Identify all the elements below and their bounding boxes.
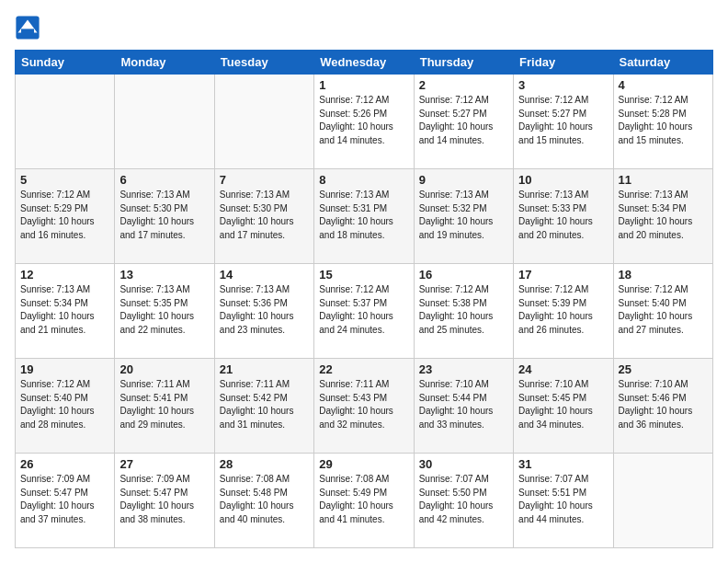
day-info: Sunrise: 7:12 AM Sunset: 5:40 PM Dayligh… bbox=[619, 283, 708, 337]
calendar-cell: 29Sunrise: 7:08 AM Sunset: 5:49 PM Dayli… bbox=[314, 454, 414, 548]
day-info: Sunrise: 7:13 AM Sunset: 5:30 PM Dayligh… bbox=[220, 189, 309, 242]
logo bbox=[15, 15, 44, 40]
calendar-cell: 1Sunrise: 7:12 AM Sunset: 5:26 PM Daylig… bbox=[314, 75, 414, 169]
day-info: Sunrise: 7:13 AM Sunset: 5:31 PM Dayligh… bbox=[319, 189, 408, 242]
calendar-cell: 9Sunrise: 7:13 AM Sunset: 5:32 PM Daylig… bbox=[414, 169, 513, 264]
day-number: 17 bbox=[518, 268, 608, 282]
day-info: Sunrise: 7:12 AM Sunset: 5:39 PM Dayligh… bbox=[518, 283, 608, 337]
day-number: 26 bbox=[20, 457, 109, 471]
calendar-cell bbox=[214, 75, 313, 169]
calendar-cell: 8Sunrise: 7:13 AM Sunset: 5:31 PM Daylig… bbox=[314, 169, 414, 264]
day-header-thursday: Thursday bbox=[414, 51, 513, 75]
day-number: 27 bbox=[119, 457, 209, 471]
day-number: 15 bbox=[319, 268, 408, 282]
day-info: Sunrise: 7:07 AM Sunset: 5:51 PM Dayligh… bbox=[518, 473, 608, 526]
calendar-cell: 10Sunrise: 7:13 AM Sunset: 5:33 PM Dayli… bbox=[514, 169, 613, 264]
day-number: 30 bbox=[419, 457, 508, 471]
logo-icon bbox=[15, 15, 40, 40]
day-info: Sunrise: 7:13 AM Sunset: 5:32 PM Dayligh… bbox=[419, 189, 508, 242]
day-info: Sunrise: 7:12 AM Sunset: 5:28 PM Dayligh… bbox=[619, 94, 708, 147]
day-info: Sunrise: 7:12 AM Sunset: 5:27 PM Dayligh… bbox=[518, 94, 608, 147]
day-header-friday: Friday bbox=[514, 51, 613, 75]
day-info: Sunrise: 7:13 AM Sunset: 5:34 PM Dayligh… bbox=[20, 283, 109, 337]
calendar-week-row: 12Sunrise: 7:13 AM Sunset: 5:34 PM Dayli… bbox=[16, 264, 713, 359]
calendar-week-row: 5Sunrise: 7:12 AM Sunset: 5:29 PM Daylig… bbox=[16, 169, 713, 264]
day-number: 23 bbox=[419, 362, 508, 376]
calendar-week-row: 26Sunrise: 7:09 AM Sunset: 5:47 PM Dayli… bbox=[16, 454, 713, 548]
day-header-tuesday: Tuesday bbox=[214, 51, 313, 75]
calendar-table: SundayMondayTuesdayWednesdayThursdayFrid… bbox=[15, 50, 713, 548]
calendar-cell bbox=[16, 75, 115, 169]
day-header-monday: Monday bbox=[115, 51, 214, 75]
day-info: Sunrise: 7:12 AM Sunset: 5:27 PM Dayligh… bbox=[419, 94, 508, 147]
day-number: 12 bbox=[20, 268, 109, 282]
calendar-cell: 17Sunrise: 7:12 AM Sunset: 5:39 PM Dayli… bbox=[514, 264, 613, 359]
day-number: 9 bbox=[419, 173, 508, 187]
day-info: Sunrise: 7:11 AM Sunset: 5:43 PM Dayligh… bbox=[319, 378, 408, 431]
calendar-cell: 20Sunrise: 7:11 AM Sunset: 5:41 PM Dayli… bbox=[115, 359, 214, 454]
calendar-cell: 11Sunrise: 7:13 AM Sunset: 5:34 PM Dayli… bbox=[613, 169, 712, 264]
calendar-week-row: 19Sunrise: 7:12 AM Sunset: 5:40 PM Dayli… bbox=[16, 359, 713, 454]
calendar-cell: 23Sunrise: 7:10 AM Sunset: 5:44 PM Dayli… bbox=[414, 359, 513, 454]
calendar-cell bbox=[613, 454, 712, 548]
day-info: Sunrise: 7:08 AM Sunset: 5:48 PM Dayligh… bbox=[220, 473, 309, 526]
svg-rect-2 bbox=[21, 29, 34, 34]
calendar-cell: 6Sunrise: 7:13 AM Sunset: 5:30 PM Daylig… bbox=[115, 169, 214, 264]
calendar-cell: 31Sunrise: 7:07 AM Sunset: 5:51 PM Dayli… bbox=[514, 454, 613, 548]
day-number: 5 bbox=[20, 173, 109, 187]
calendar-cell: 28Sunrise: 7:08 AM Sunset: 5:48 PM Dayli… bbox=[214, 454, 313, 548]
day-number: 1 bbox=[319, 78, 408, 92]
day-number: 8 bbox=[319, 173, 408, 187]
day-number: 14 bbox=[220, 268, 309, 282]
calendar-cell bbox=[115, 75, 214, 169]
calendar-cell: 14Sunrise: 7:13 AM Sunset: 5:36 PM Dayli… bbox=[214, 264, 313, 359]
day-info: Sunrise: 7:10 AM Sunset: 5:46 PM Dayligh… bbox=[619, 378, 708, 431]
day-number: 10 bbox=[518, 173, 608, 187]
day-number: 3 bbox=[518, 78, 608, 92]
calendar-week-row: 1Sunrise: 7:12 AM Sunset: 5:26 PM Daylig… bbox=[16, 75, 713, 169]
day-info: Sunrise: 7:07 AM Sunset: 5:50 PM Dayligh… bbox=[419, 473, 508, 526]
day-number: 25 bbox=[619, 362, 708, 376]
calendar-cell: 21Sunrise: 7:11 AM Sunset: 5:42 PM Dayli… bbox=[214, 359, 313, 454]
day-number: 2 bbox=[419, 78, 508, 92]
calendar-cell: 3Sunrise: 7:12 AM Sunset: 5:27 PM Daylig… bbox=[514, 75, 613, 169]
calendar-cell: 19Sunrise: 7:12 AM Sunset: 5:40 PM Dayli… bbox=[16, 359, 115, 454]
day-number: 4 bbox=[619, 78, 708, 92]
day-info: Sunrise: 7:10 AM Sunset: 5:44 PM Dayligh… bbox=[419, 378, 508, 431]
day-number: 16 bbox=[419, 268, 508, 282]
day-info: Sunrise: 7:11 AM Sunset: 5:41 PM Dayligh… bbox=[119, 378, 209, 431]
day-header-wednesday: Wednesday bbox=[314, 51, 414, 75]
calendar-cell: 4Sunrise: 7:12 AM Sunset: 5:28 PM Daylig… bbox=[613, 75, 712, 169]
day-number: 18 bbox=[619, 268, 708, 282]
day-number: 13 bbox=[119, 268, 209, 282]
day-info: Sunrise: 7:12 AM Sunset: 5:29 PM Dayligh… bbox=[20, 189, 109, 242]
day-header-saturday: Saturday bbox=[613, 51, 712, 75]
calendar-cell: 25Sunrise: 7:10 AM Sunset: 5:46 PM Dayli… bbox=[613, 359, 712, 454]
day-info: Sunrise: 7:13 AM Sunset: 5:33 PM Dayligh… bbox=[518, 189, 608, 242]
day-info: Sunrise: 7:13 AM Sunset: 5:36 PM Dayligh… bbox=[220, 283, 309, 337]
day-number: 28 bbox=[220, 457, 309, 471]
day-number: 20 bbox=[119, 362, 209, 376]
calendar-cell: 16Sunrise: 7:12 AM Sunset: 5:38 PM Dayli… bbox=[414, 264, 513, 359]
calendar-cell: 27Sunrise: 7:09 AM Sunset: 5:47 PM Dayli… bbox=[115, 454, 214, 548]
day-number: 19 bbox=[20, 362, 109, 376]
day-info: Sunrise: 7:12 AM Sunset: 5:38 PM Dayligh… bbox=[419, 283, 508, 337]
day-number: 11 bbox=[619, 173, 708, 187]
day-info: Sunrise: 7:13 AM Sunset: 5:35 PM Dayligh… bbox=[119, 283, 209, 337]
day-info: Sunrise: 7:12 AM Sunset: 5:26 PM Dayligh… bbox=[319, 94, 408, 147]
calendar-page: SundayMondayTuesdayWednesdayThursdayFrid… bbox=[0, 0, 728, 563]
day-info: Sunrise: 7:10 AM Sunset: 5:45 PM Dayligh… bbox=[518, 378, 608, 431]
calendar-cell: 5Sunrise: 7:12 AM Sunset: 5:29 PM Daylig… bbox=[16, 169, 115, 264]
day-number: 21 bbox=[220, 362, 309, 376]
calendar-cell: 18Sunrise: 7:12 AM Sunset: 5:40 PM Dayli… bbox=[613, 264, 712, 359]
calendar-cell: 30Sunrise: 7:07 AM Sunset: 5:50 PM Dayli… bbox=[414, 454, 513, 548]
calendar-cell: 2Sunrise: 7:12 AM Sunset: 5:27 PM Daylig… bbox=[414, 75, 513, 169]
calendar-cell: 15Sunrise: 7:12 AM Sunset: 5:37 PM Dayli… bbox=[314, 264, 414, 359]
day-info: Sunrise: 7:09 AM Sunset: 5:47 PM Dayligh… bbox=[119, 473, 209, 526]
calendar-cell: 12Sunrise: 7:13 AM Sunset: 5:34 PM Dayli… bbox=[16, 264, 115, 359]
calendar-cell: 7Sunrise: 7:13 AM Sunset: 5:30 PM Daylig… bbox=[214, 169, 313, 264]
day-number: 22 bbox=[319, 362, 408, 376]
day-info: Sunrise: 7:12 AM Sunset: 5:37 PM Dayligh… bbox=[319, 283, 408, 337]
calendar-cell: 24Sunrise: 7:10 AM Sunset: 5:45 PM Dayli… bbox=[514, 359, 613, 454]
day-info: Sunrise: 7:13 AM Sunset: 5:34 PM Dayligh… bbox=[619, 189, 708, 242]
